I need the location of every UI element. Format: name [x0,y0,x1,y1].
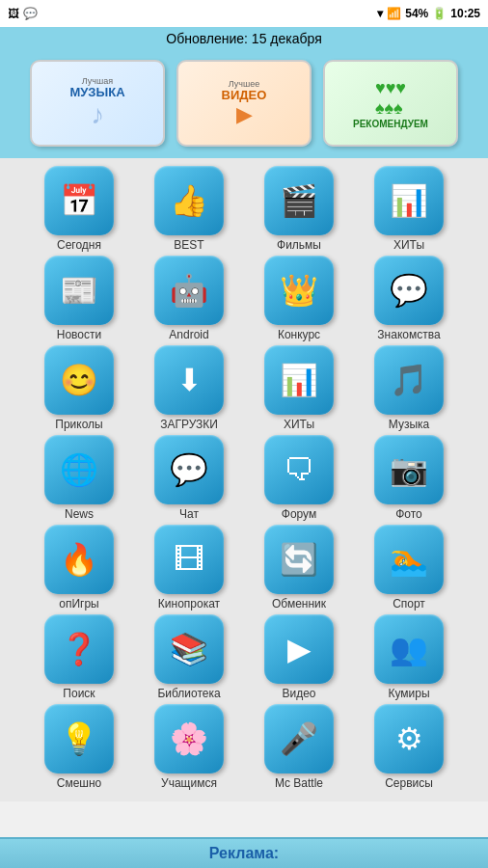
grid-label-movies: Фильмы [277,238,321,252]
grid-icon-best: 👍 [154,166,224,235]
grid-label-dating: Знакомства [377,328,440,341]
update-text: Обновление: 15 декабря [166,31,321,46]
grid-item-contest[interactable]: 👑Конкурс [247,256,351,341]
grid-row-5: ❓Поиск📚Библиотека▶Видео👥Кумиры [4,614,484,700]
grid-icon-video2: ▶ [264,614,334,684]
grid-icon-library: 📚 [154,614,224,684]
featured-recommend-main-label: РЕКОМЕНДУЕМ [353,119,428,129]
grid-label-mcbattle: Mc Battle [275,776,323,790]
grid-item-movies[interactable]: 🎬Фильмы [247,166,351,252]
grid-label-news: Новости [57,328,101,341]
status-left: 🖼 💬 [8,7,38,20]
grid-label-students: Учащимся [161,776,217,790]
grid-item-hits1[interactable]: 📊ХИТы [357,166,461,252]
grid-label-newsen: News [65,507,94,521]
notification-icon1: 🖼 [8,7,19,20]
featured-music[interactable]: Лучшая МУЗЫКА ♪ [30,60,165,147]
grid-icon-forum: 🗨 [264,435,334,504]
grid-icon-exchange: 🔄 [264,525,334,594]
grid-icon-news: 📰 [44,256,114,325]
grid-item-idols[interactable]: 👥Кумиры [357,614,461,700]
grid-item-dating[interactable]: 💬Знакомства [357,256,461,341]
grid-item-downloads[interactable]: ⬇ЗАГРУЗКИ [137,345,241,431]
grid-item-news[interactable]: 📰Новости [27,256,131,341]
grid-item-funny[interactable]: 💡Смешно [27,704,131,790]
grid-label-games: опИгры [59,597,98,610]
grid-item-forum[interactable]: 🗨Форум [247,435,351,521]
grid-item-chat[interactable]: 💬Чат [137,435,241,521]
notification-icon2: 💬 [23,7,38,20]
grid-icon-idols: 👥 [374,614,444,684]
featured-video[interactable]: Лучшее ВИДЕО ▶ [176,60,312,147]
music-note-icon: ♪ [91,99,104,130]
grid-icon-chat: 💬 [154,435,224,504]
grid-item-android[interactable]: 🤖Android [137,256,241,341]
grid-label-photo: Фото [395,507,422,521]
time-display: 10:25 [450,7,480,20]
grid-label-idols: Кумиры [388,687,429,700]
grid-icon-jokes: 😊 [44,345,114,415]
grid-item-services[interactable]: ⚙Сервисы [357,704,461,790]
grid-label-contest: Конкурс [278,328,320,341]
grid-label-android: Android [169,328,208,341]
grid-item-today[interactable]: 📅Сегодня [27,166,131,252]
status-right: ▾ 📶 54% 🔋 10:25 [377,7,480,20]
featured-music-main-label: МУЗЫКА [69,86,124,99]
grid-icon-funny: 💡 [44,704,114,773]
grid-icon-search: ❓ [44,614,114,684]
grid-item-jokes[interactable]: 😊Приколы [27,345,131,431]
grid-icon-photo: 📷 [374,435,444,504]
grid-area: 📅Сегодня👍BEST🎬Фильмы📊ХИТы📰Новости🤖Androi… [0,158,488,801]
grid-item-sport[interactable]: 🏊Спорт [357,525,461,610]
grid-icon-downloads: ⬇ [154,345,224,415]
status-bar: 🖼 💬 ▾ 📶 54% 🔋 10:25 [0,0,488,27]
grid-icon-music2: 🎵 [374,345,444,415]
grid-label-services: Сервисы [385,776,433,790]
grid-label-music2: Музыка [389,418,429,431]
grid-label-hits1: ХИТы [393,238,424,252]
grid-icon-hits2: 📊 [264,345,334,415]
grid-item-search[interactable]: ❓Поиск [27,614,131,700]
grid-item-best[interactable]: 👍BEST [137,166,241,252]
grid-item-music2[interactable]: 🎵Музыка [357,345,461,431]
grid-label-sport: Спорт [393,597,425,610]
grid-item-games[interactable]: 🔥опИгры [27,525,131,610]
grid-item-exchange[interactable]: 🔄Обменник [247,525,351,610]
grid-item-hits2[interactable]: 📊ХИТы [247,345,351,431]
grid-item-library[interactable]: 📚Библиотека [137,614,241,700]
grid-icon-services: ⚙ [374,704,444,773]
grid-label-best: BEST [174,238,203,252]
grid-icon-cinema: 🎞 [154,525,224,594]
grid-icon-hits1: 📊 [374,166,444,235]
update-bar: Обновление: 15 декабря [0,27,488,50]
grid-icon-games: 🔥 [44,525,114,594]
grid-row-4: 🔥опИгры🎞Кинопрокат🔄Обменник🏊Спорт [4,525,484,610]
grid-icon-contest: 👑 [264,256,334,325]
grid-row-6: 💡Смешно🌸Учащимся🎤Mc Battle⚙Сервисы [4,704,484,790]
grid-item-video2[interactable]: ▶Видео [247,614,351,700]
grid-item-mcbattle[interactable]: 🎤Mc Battle [247,704,351,790]
play-icon: ▶ [236,102,253,127]
ad-bar[interactable]: Реклама: [0,837,488,868]
grid-label-chat: Чат [179,507,199,521]
grid-label-jokes: Приколы [55,418,102,431]
ad-label: Реклама: [209,845,279,862]
featured-recommend[interactable]: ♥♥♥♠♠♠ РЕКОМЕНДУЕМ [323,60,458,147]
grid-item-students[interactable]: 🌸Учащимся [137,704,241,790]
grid-label-funny: Смешно [57,776,102,790]
grid-icon-newsen: 🌐 [44,435,114,504]
featured-video-main-label: ВИДЕО [222,89,267,102]
grid-label-hits2: ХИТы [284,418,314,431]
grid-item-photo[interactable]: 📷Фото [357,435,461,521]
grid-item-cinema[interactable]: 🎞Кинопрокат [137,525,241,610]
grid-label-today: Сегодня [57,238,101,252]
grid-icon-android: 🤖 [154,256,224,325]
grid-icon-students: 🌸 [154,704,224,773]
grid-row-3: 🌐News💬Чат🗨Форум📷Фото [4,435,484,521]
grid-icon-today: 📅 [44,166,114,235]
grid-icon-dating: 💬 [374,256,444,325]
battery-icon: 🔋 [432,7,447,20]
grid-item-newsen[interactable]: 🌐News [27,435,131,521]
grid-label-exchange: Обменник [272,597,326,610]
wifi-icon: ▾ [377,7,383,20]
